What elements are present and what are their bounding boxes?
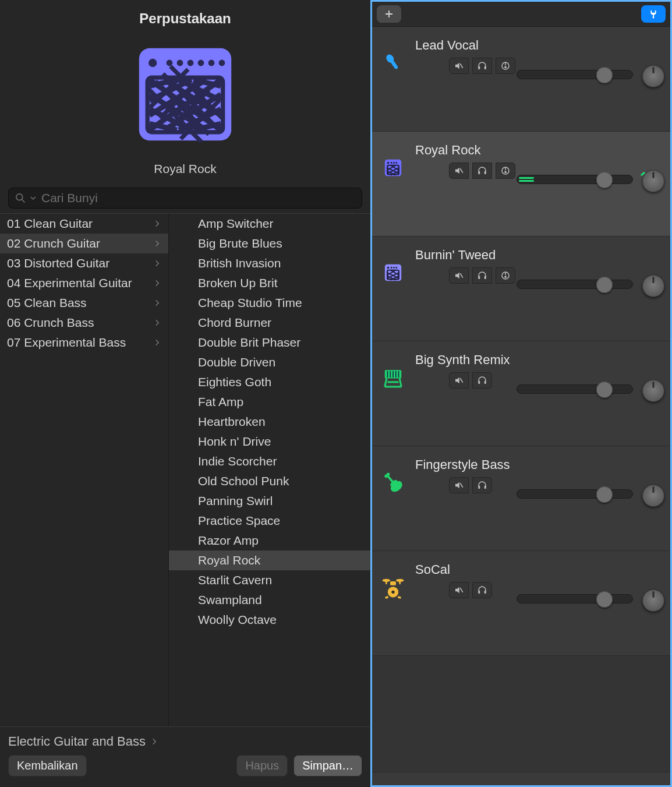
volume-slider[interactable] [517, 280, 633, 289]
track-row[interactable]: Burnin' Tweed [372, 237, 670, 341]
preset-item[interactable]: Woolly Octave [169, 610, 370, 630]
solo-headphones-button[interactable] [472, 582, 492, 598]
input-monitor-button[interactable] [496, 267, 515, 284]
preset-item[interactable]: Cheap Studio Time [169, 293, 370, 313]
preset-item[interactable]: Swampland [169, 590, 370, 610]
amp-track-icon [381, 156, 405, 179]
track-row[interactable]: SoCal [372, 551, 670, 656]
volume-slider[interactable] [517, 384, 633, 394]
pan-knob[interactable] [642, 380, 664, 402]
breadcrumb[interactable]: Electric Guitar and Bass [0, 726, 370, 755]
preset-item[interactable]: Starlit Cavern [169, 570, 370, 590]
search-field[interactable] [40, 190, 356, 206]
svg-point-34 [391, 267, 392, 269]
svg-point-3 [177, 60, 183, 66]
track-row[interactable]: Lead Vocal [372, 27, 670, 132]
revert-button[interactable]: Kembalikan [8, 755, 87, 777]
delete-button[interactable]: Hapus [236, 755, 288, 777]
solo-headphones-button[interactable] [472, 372, 492, 389]
preset-item[interactable]: Double Driven [169, 352, 370, 372]
mute-button[interactable] [449, 582, 469, 598]
solo-headphones-button[interactable] [472, 163, 492, 179]
preset-item[interactable]: Broken Up Brit [169, 273, 370, 293]
solo-headphones-button[interactable] [472, 477, 492, 493]
category-item[interactable]: 02 Crunch Guitar [0, 234, 168, 253]
preset-item[interactable]: Panning Swirl [169, 491, 370, 511]
svg-point-35 [393, 267, 395, 269]
mute-button[interactable] [449, 163, 469, 179]
category-item[interactable]: 05 Clean Bass [0, 293, 168, 313]
svg-rect-17 [484, 66, 486, 69]
preset-item[interactable]: Double Brit Phaser [169, 333, 370, 352]
preset-item[interactable]: Fat Amp [169, 392, 370, 412]
amp-track-icon [381, 261, 405, 284]
volume-slider[interactable] [517, 594, 633, 604]
mute-button[interactable] [449, 58, 469, 74]
input-monitor-button[interactable] [496, 163, 515, 179]
pan-knob[interactable] [642, 170, 664, 192]
volume-slider[interactable] [517, 70, 633, 79]
add-track-button[interactable] [377, 5, 401, 23]
preset-item[interactable]: Heartbroken [169, 412, 370, 432]
track-controls [449, 372, 510, 389]
svg-point-10 [16, 194, 23, 200]
chevron-right-icon [153, 239, 161, 248]
solo-headphones-button[interactable] [472, 267, 492, 284]
svg-point-1 [148, 59, 157, 67]
svg-point-33 [387, 267, 390, 269]
search-input[interactable] [8, 188, 362, 209]
track-row[interactable]: Royal Rock [372, 132, 670, 237]
svg-point-12 [653, 17, 655, 19]
mute-button[interactable] [449, 477, 469, 493]
chevron-down-icon [30, 192, 37, 204]
preset-item[interactable]: Practice Space [169, 511, 370, 531]
track-controls [449, 477, 510, 493]
svg-point-54 [391, 591, 394, 594]
solo-headphones-button[interactable] [472, 58, 492, 74]
track-row[interactable]: Big Synth Remix [372, 341, 670, 446]
tracks-header [372, 2, 670, 27]
pan-knob[interactable] [642, 590, 664, 612]
svg-line-37 [460, 273, 463, 278]
preset-item[interactable]: Indie Scorcher [169, 451, 370, 471]
category-item[interactable]: 01 Clean Guitar [0, 214, 168, 234]
track-controls [449, 58, 515, 74]
pan-knob[interactable] [642, 485, 664, 507]
mute-button[interactable] [449, 267, 469, 284]
input-monitor-button[interactable] [496, 58, 515, 74]
track-list: Lead Vocal Royal Rock [372, 27, 670, 785]
preset-item[interactable]: Eighties Goth [169, 372, 370, 392]
track-controls [449, 582, 492, 598]
track-header-toggle-button[interactable] [641, 5, 666, 23]
category-item[interactable]: 03 Distorted Guitar [0, 253, 168, 273]
svg-point-5 [198, 60, 204, 66]
volume-slider[interactable] [517, 175, 633, 184]
preset-item[interactable]: Honk n' Drive [169, 432, 370, 451]
track-row[interactable]: Fingerstyle Bass [372, 446, 670, 551]
svg-point-41 [504, 276, 507, 278]
preset-item[interactable]: Royal Rock [169, 550, 370, 570]
save-button[interactable]: Simpan… [293, 755, 362, 777]
category-item[interactable]: 07 Experimental Bass [0, 333, 168, 352]
merge-tracks-icon [648, 9, 659, 19]
svg-line-47 [460, 483, 463, 488]
track-name: Burnin' Tweed [415, 248, 515, 263]
preset-item[interactable]: Big Brute Blues [169, 234, 370, 253]
svg-point-4 [188, 60, 194, 66]
preset-item[interactable]: Chord Burner [169, 313, 370, 333]
breadcrumb-item[interactable]: Electric Guitar and Bass [8, 734, 146, 749]
svg-line-55 [460, 588, 463, 592]
mute-button[interactable] [449, 372, 469, 389]
pan-knob[interactable] [642, 65, 664, 87]
category-item[interactable]: 04 Experimental Guitar [0, 273, 168, 293]
track-controls [449, 163, 515, 179]
preset-item[interactable]: Old School Punk [169, 471, 370, 491]
preset-item[interactable]: Razor Amp [169, 531, 370, 550]
preset-item[interactable]: British Invasion [169, 253, 370, 273]
volume-slider[interactable] [517, 489, 633, 499]
preset-item[interactable]: Amp Switcher [169, 214, 370, 234]
chevron-right-icon [153, 259, 161, 267]
track-name: Lead Vocal [415, 38, 515, 53]
pan-knob[interactable] [642, 275, 664, 297]
category-item[interactable]: 06 Crunch Bass [0, 313, 168, 333]
